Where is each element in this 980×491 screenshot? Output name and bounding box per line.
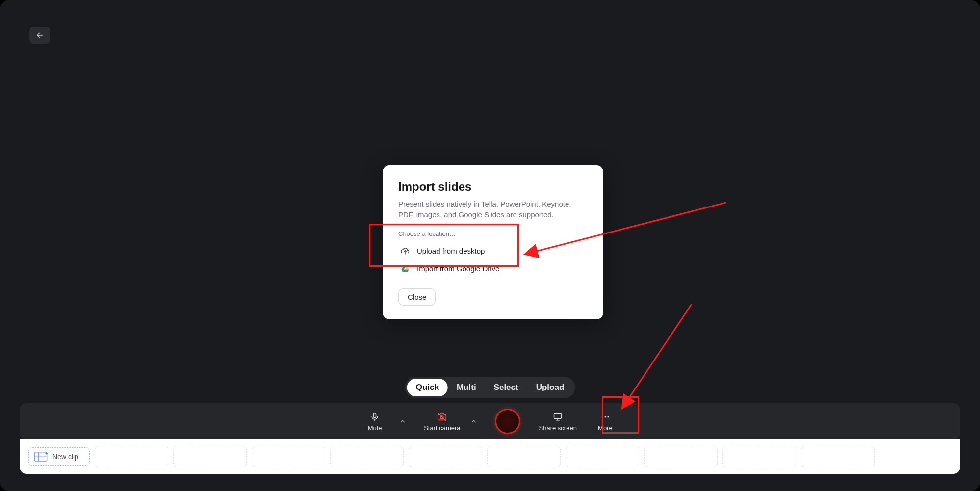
start-camera-button[interactable]: Start camera	[424, 412, 460, 432]
clip-slot[interactable]	[801, 446, 875, 467]
clip-timeline: + New clip	[20, 439, 960, 474]
clip-slot[interactable]	[252, 446, 325, 467]
start-camera-label: Start camera	[424, 424, 460, 432]
annotation-box-more	[602, 396, 639, 434]
chevron-up-icon	[399, 418, 406, 425]
clip-slot[interactable]	[722, 446, 796, 467]
mode-quick[interactable]: Quick	[407, 379, 448, 396]
svg-rect-5	[374, 413, 376, 417]
arrow-left-icon	[35, 31, 44, 40]
clip-slot[interactable]	[487, 446, 561, 467]
mode-multi[interactable]: Multi	[448, 379, 485, 396]
mute-options-chevron[interactable]	[399, 418, 406, 425]
mode-upload[interactable]: Upload	[527, 379, 573, 396]
recording-toolbar: Mute Start camera	[20, 403, 960, 439]
annotation-box-upload	[369, 224, 519, 267]
clip-slot[interactable]	[173, 446, 247, 467]
clip-slot[interactable]	[566, 446, 639, 467]
new-clip-icon: +	[34, 452, 48, 462]
mute-label: Mute	[368, 424, 382, 432]
svg-text:+: +	[45, 452, 48, 456]
svg-rect-9	[554, 413, 562, 418]
new-clip-button[interactable]: + New clip	[28, 447, 90, 466]
chevron-up-icon	[470, 418, 477, 425]
modal-description: Present slides natively in Tella. PowerP…	[398, 199, 588, 220]
share-screen-label: Share screen	[539, 424, 577, 432]
camera-options-chevron[interactable]	[470, 418, 477, 425]
mode-select[interactable]: Select	[485, 379, 527, 396]
record-mode-switch: Quick Multi Select Upload	[405, 377, 575, 398]
mute-button[interactable]: Mute	[360, 412, 389, 432]
camera-off-icon	[437, 412, 447, 422]
microphone-icon	[369, 412, 380, 422]
record-button[interactable]	[495, 409, 520, 434]
annotation-arrow-to-more	[613, 299, 701, 412]
back-button[interactable]	[29, 27, 50, 44]
clip-slot[interactable]	[95, 446, 168, 467]
clip-slot[interactable]	[330, 446, 404, 467]
close-button[interactable]: Close	[398, 288, 436, 306]
monitor-icon	[552, 412, 563, 422]
modal-title: Import slides	[398, 180, 588, 194]
app-frame: Import slides Present slides natively in…	[0, 0, 980, 491]
new-clip-label: New clip	[52, 453, 78, 461]
clip-slot[interactable]	[409, 446, 482, 467]
share-screen-button[interactable]: Share screen	[539, 412, 577, 432]
svg-line-23	[628, 304, 692, 400]
clip-slot[interactable]	[644, 446, 718, 467]
